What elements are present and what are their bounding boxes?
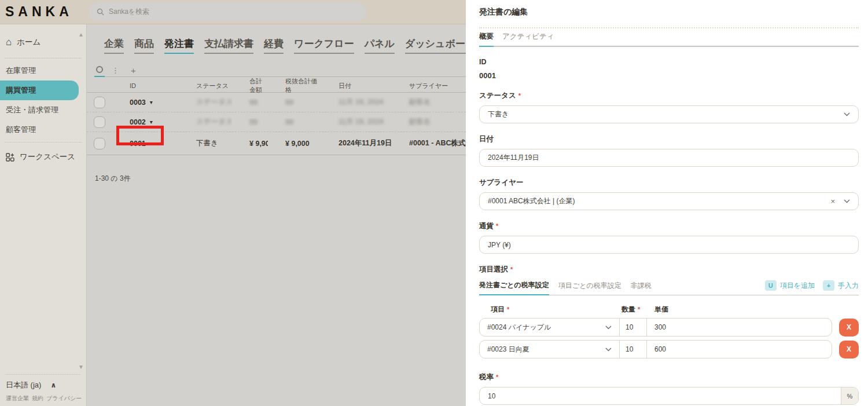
sidebar-item-workspace[interactable]: ワークスペース (0, 147, 86, 167)
drawer-divider (479, 27, 859, 28)
sidebar-scroll-up-icon[interactable]: ▲ (78, 31, 84, 38)
manual-entry-button[interactable]: + 手入力 (823, 280, 859, 295)
supplier-label: サプライヤー (479, 178, 859, 188)
item-row: #0023 日向夏 10 600 X (479, 340, 859, 359)
tab-dashboard[interactable]: ダッシュボード (405, 37, 475, 54)
row-status: 下書き (196, 139, 218, 147)
percent-suffix: % (841, 387, 858, 404)
toolbar-spacer (143, 64, 466, 77)
required-asterisk: * (507, 306, 509, 313)
u-badge-icon: U (765, 280, 777, 291)
tax-rate-input[interactable]: 10 % (479, 387, 859, 405)
tab-purchase-orders[interactable]: 発注書 (164, 37, 194, 54)
item-row-fields: #0024 パイナップル 10 300 (479, 318, 832, 336)
price-col-label: 単価 (646, 305, 668, 314)
pagination-summary: 1-30 の 3件 (95, 174, 466, 184)
required-asterisk: * (518, 92, 521, 99)
date-value: 2024年11月19日 (488, 153, 539, 163)
row-total: 99 (249, 118, 258, 126)
table-header: ID ステータス 合計金額 税抜合計価格 日付 サプライヤー (87, 77, 466, 93)
clear-selection-icon[interactable]: × (830, 197, 835, 206)
currency-value: JPY (¥) (488, 241, 511, 249)
delete-item-button[interactable]: X (839, 319, 859, 336)
sidebar-item-inventory[interactable]: 在庫管理 (0, 61, 86, 81)
view-options-kebab-icon[interactable]: ⋮ (112, 66, 119, 75)
link-terms[interactable]: 規約 (32, 394, 43, 403)
date-input[interactable]: 2024年11月19日 (479, 149, 859, 167)
row-id-cell[interactable]: 0003 ▾ (112, 98, 179, 107)
tab-panels[interactable]: パネル (365, 37, 395, 54)
row-checkbox[interactable] (94, 97, 105, 108)
chevron-up-icon: ∧ (50, 381, 56, 389)
tab-tax-per-order[interactable]: 発注書ごとの税率設定 (479, 280, 549, 295)
link-company[interactable]: 運営企業 (6, 394, 29, 403)
sidebar-item-purchasing[interactable]: 購買管理 (0, 81, 79, 100)
caret-down-icon: ▾ (150, 99, 153, 105)
language-selector[interactable]: 日本語 (ja) ∧ (6, 380, 80, 390)
required-asterisk: * (496, 222, 498, 229)
col-total: 合計金額 (232, 77, 268, 94)
delete-item-button[interactable]: X (839, 341, 859, 359)
workspace-icon (6, 153, 14, 162)
price-value: 600 (654, 345, 666, 353)
row-checkbox[interactable] (94, 138, 105, 149)
row-date: 11月 19, 2024 (339, 118, 384, 126)
price-input[interactable]: 300 (647, 319, 832, 336)
tab-workflows[interactable]: ワークフロー (294, 37, 354, 54)
required-asterisk: * (496, 374, 498, 381)
table-row[interactable]: 0003 ▾ ステータス 99 99 11月 19, 2024 顧客名 (87, 93, 466, 112)
item-select-label: 項目選択* (479, 265, 859, 275)
search-icon (97, 8, 104, 16)
main-content: 企業 商品 発注書 支払請求書 経費 ワークフロー パネル ダッシュボード ⋮ … (87, 24, 466, 406)
item-select[interactable]: #0024 パイナップル (480, 319, 620, 336)
highlight-annotation (116, 126, 164, 145)
supplier-value: #0001 ABC株式会社 | (企業) (488, 196, 575, 206)
sanka-logo: SANKA (0, 4, 87, 20)
tab-products[interactable]: 商品 (134, 37, 154, 54)
tax-mode-tabs: 発注書ごとの税率設定 項目ごとの税率設定 非課税 U 項目を追加 + 手入力 (479, 280, 859, 295)
tab-expenses[interactable]: 経費 (264, 37, 284, 54)
item-col-label: 項目* (479, 305, 619, 314)
sidebar-divider (5, 58, 82, 58)
link-privacy[interactable]: プライバシー (46, 394, 82, 403)
row-date: 2024年11月19日 (339, 139, 392, 147)
tab-tax-exempt[interactable]: 非課税 (631, 281, 652, 295)
sidebar-item-home[interactable]: ⌂ ホーム (0, 24, 86, 56)
row-id: 0003 (130, 98, 146, 107)
status-label: ステータス* (479, 91, 859, 101)
tab-payment-invoices[interactable]: 支払請求書 (204, 37, 253, 54)
row-id: 0002 (130, 118, 146, 126)
row-checkbox[interactable] (94, 116, 105, 128)
drawer-tabs: 概要 アクティビティ (479, 32, 859, 47)
sidebar-item-customers[interactable]: 顧客管理 (0, 120, 86, 140)
sidebar-item-label: ホーム (17, 37, 41, 47)
tax-rate-value: 10 (480, 387, 841, 404)
id-value: 0001 (479, 71, 859, 80)
sidebar-divider (6, 374, 80, 375)
item-row: #0024 パイナップル 10 300 X (479, 318, 859, 336)
supplier-select[interactable]: #0001 ABC株式会社 | (企業) × (479, 192, 859, 210)
add-view-button[interactable]: + (131, 65, 136, 75)
tab-overview[interactable]: 概要 (479, 32, 494, 47)
top-bar: SANKA Sankaを検索 (0, 0, 466, 24)
row-id-cell[interactable]: 0002 ▾ (112, 118, 179, 126)
view-tab[interactable] (94, 64, 105, 77)
status-value: 下書き (488, 109, 509, 119)
tab-tax-per-item[interactable]: 項目ごとの税率設定 (558, 281, 621, 295)
qty-value: 10 (626, 323, 633, 331)
tab-activity[interactable]: アクティビティ (502, 32, 554, 47)
price-input[interactable]: 600 (647, 341, 832, 358)
row-subtotal: 99 (285, 98, 293, 107)
chevron-down-icon (605, 348, 612, 352)
tab-companies[interactable]: 企業 (104, 37, 124, 54)
qty-input[interactable]: 10 (620, 341, 647, 358)
sidebar-item-label: ワークスペース (20, 152, 75, 162)
sidebar-item-orders-billing[interactable]: 受注・請求管理 (0, 100, 86, 120)
required-asterisk: * (510, 266, 513, 273)
item-select[interactable]: #0023 日向夏 (480, 341, 620, 358)
currency-input[interactable]: JPY (¥) (479, 236, 859, 254)
add-item-button[interactable]: U 項目を追加 (765, 280, 815, 295)
status-select[interactable]: 下書き (479, 105, 859, 123)
qty-input[interactable]: 10 (620, 319, 647, 336)
global-search-input[interactable]: Sankaを検索 (89, 3, 366, 21)
